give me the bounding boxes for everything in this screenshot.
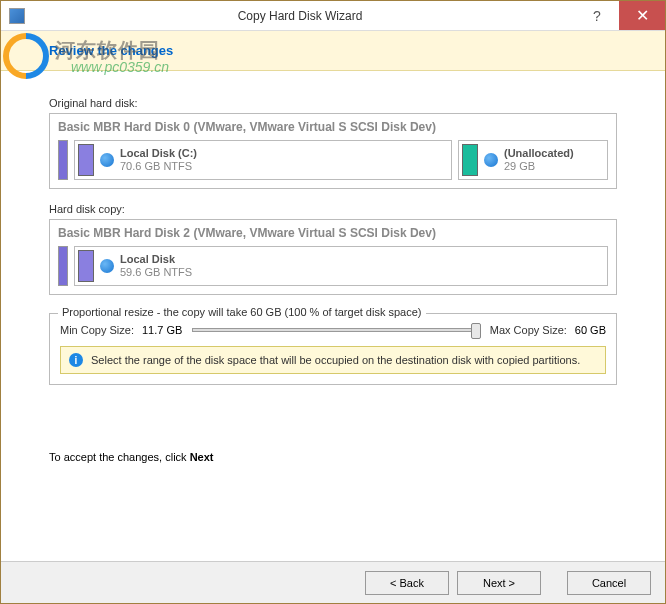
- max-copy-size-value: 60 GB: [575, 324, 606, 336]
- max-copy-size-label: Max Copy Size:: [490, 324, 567, 336]
- partition-name: Local Disk (C:): [120, 147, 197, 160]
- min-copy-size-label: Min Copy Size:: [60, 324, 134, 336]
- wizard-header: Review the changes: [1, 31, 665, 71]
- partition-unallocated[interactable]: (Unallocated) 29 GB: [458, 140, 608, 180]
- info-icon: i: [69, 353, 83, 367]
- page-title: Review the changes: [49, 43, 173, 58]
- info-text: Select the range of the disk space that …: [91, 354, 580, 366]
- close-button[interactable]: ✕: [619, 1, 665, 30]
- copy-disk-label: Hard disk copy:: [49, 203, 617, 215]
- partition-local-disk[interactable]: Local Disk 59.6 GB NTFS: [74, 246, 608, 286]
- accept-bold: Next: [190, 451, 214, 463]
- partition-color-swatch: [78, 144, 94, 176]
- help-button[interactable]: ?: [575, 1, 619, 30]
- resize-fieldset: Proportional resize - the copy will take…: [49, 313, 617, 385]
- partition-size: 29 GB: [504, 160, 574, 173]
- disk-handle: [58, 140, 68, 180]
- cancel-button[interactable]: Cancel: [567, 571, 651, 595]
- disk-icon: [100, 153, 114, 167]
- window-title: Copy Hard Disk Wizard: [25, 9, 575, 23]
- min-copy-size-value: 11.7 GB: [142, 324, 182, 336]
- original-disk-title: Basic MBR Hard Disk 0 (VMware, VMware Vi…: [58, 120, 608, 134]
- disk-handle: [58, 246, 68, 286]
- titlebar: Copy Hard Disk Wizard ? ✕: [1, 1, 665, 31]
- disk-icon: [484, 153, 498, 167]
- app-icon: [9, 8, 25, 24]
- partition-size: 70.6 GB NTFS: [120, 160, 197, 173]
- partition-color-swatch: [462, 144, 478, 176]
- resize-slider[interactable]: [192, 328, 479, 332]
- disk-icon: [100, 259, 114, 273]
- back-button[interactable]: < Back: [365, 571, 449, 595]
- info-strip: i Select the range of the disk space tha…: [60, 346, 606, 374]
- accept-pre: To accept the changes, click: [49, 451, 190, 463]
- partition-size: 59.6 GB NTFS: [120, 266, 192, 279]
- resize-legend: Proportional resize - the copy will take…: [58, 306, 426, 318]
- next-button[interactable]: Next >: [457, 571, 541, 595]
- wizard-footer: < Back Next > Cancel: [1, 561, 665, 603]
- accept-instruction: To accept the changes, click Next: [49, 451, 617, 463]
- copy-disk-panel: Basic MBR Hard Disk 2 (VMware, VMware Vi…: [49, 219, 617, 295]
- partition-local-disk-c[interactable]: Local Disk (C:) 70.6 GB NTFS: [74, 140, 452, 180]
- partition-name: Local Disk: [120, 253, 192, 266]
- partition-color-swatch: [78, 250, 94, 282]
- original-disk-label: Original hard disk:: [49, 97, 617, 109]
- partition-name: (Unallocated): [504, 147, 574, 160]
- original-disk-panel: Basic MBR Hard Disk 0 (VMware, VMware Vi…: [49, 113, 617, 189]
- copy-disk-title: Basic MBR Hard Disk 2 (VMware, VMware Vi…: [58, 226, 608, 240]
- slider-thumb[interactable]: [471, 323, 481, 339]
